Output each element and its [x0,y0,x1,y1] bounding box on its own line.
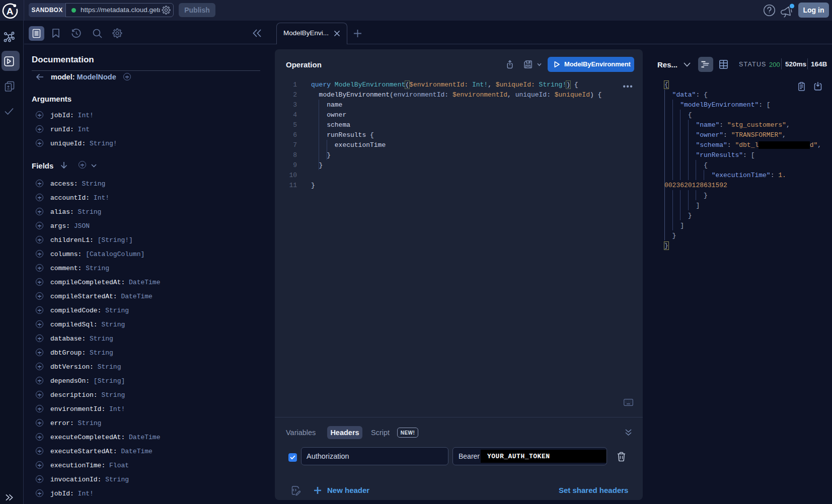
svg-text:A: A [7,6,14,17]
